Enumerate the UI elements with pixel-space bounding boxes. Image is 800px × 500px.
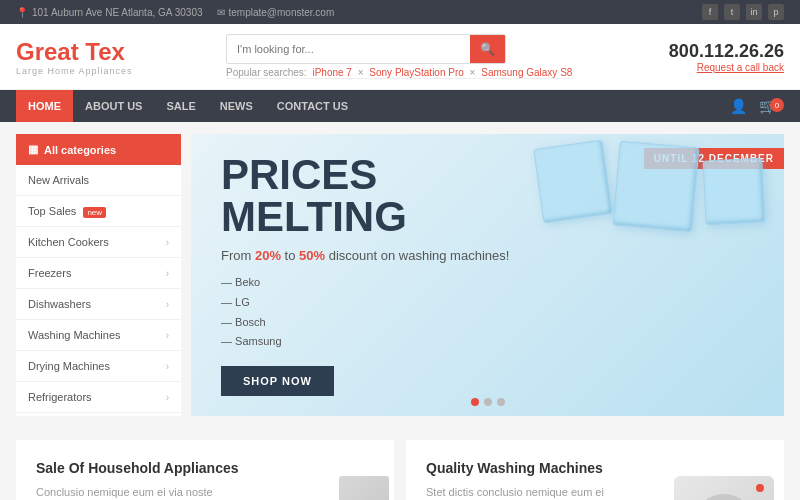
top-bar-left: 📍 101 Auburn Ave NE Atlanta, GA 30303 ✉ …	[16, 7, 334, 18]
cart-area[interactable]: 🛒0	[759, 98, 784, 114]
chevron-right-icon: ›	[166, 330, 169, 341]
nav-sale[interactable]: SALE	[154, 90, 207, 122]
email-icon: ✉	[217, 7, 225, 18]
nav-news[interactable]: NEWS	[208, 90, 265, 122]
request-call[interactable]: Request a call back	[669, 62, 784, 73]
banner-decoration	[538, 144, 764, 229]
sidebar-item-freezers[interactable]: Freezers ›	[16, 258, 181, 289]
sidebar-item-top-sales[interactable]: Top Sales new	[16, 196, 181, 227]
appliance-image	[213, 440, 394, 500]
sidebar-item-drying[interactable]: Drying Machines ›	[16, 351, 181, 382]
fridge-shape	[339, 476, 389, 500]
cart-badge: 0	[770, 98, 784, 112]
logo-letter: G	[16, 38, 35, 65]
popular-searches: Popular searches: iPhone 7 × Sony PlaySt…	[226, 67, 575, 79]
washing-machine-shape	[674, 476, 774, 500]
top-bar-social: f t in p	[702, 4, 784, 20]
navigation: HOME ABOUT US SALE NEWS CONTACT US 👤 🛒0	[0, 90, 800, 122]
shop-now-banner-btn[interactable]: SHOP NOW	[221, 366, 334, 396]
sidebar-item-washing[interactable]: Washing Machines ›	[16, 320, 181, 351]
banner-content: PRICES MELTING From 20% to 50% discount …	[191, 134, 539, 416]
nav-home[interactable]: HOME	[16, 90, 73, 122]
chevron-right-icon: ›	[166, 237, 169, 248]
search-button[interactable]: 🔍	[470, 35, 505, 63]
product-card-washing: Quality Washing Machines Stet dictis con…	[406, 440, 784, 500]
ice-cube-1	[533, 139, 613, 223]
sidebar: ▦ All categories New Arrivals Top Sales …	[16, 134, 181, 416]
grid-icon: ▦	[28, 143, 38, 156]
all-categories-btn[interactable]: ▦ All categories	[16, 134, 181, 165]
new-badge: new	[83, 207, 106, 218]
chevron-right-icon: ›	[166, 392, 169, 403]
popular-search-samsung[interactable]: Samsung Galaxy S8	[481, 67, 572, 78]
twitter-icon[interactable]: t	[724, 4, 740, 20]
product-desc-2: Stet dictis conclusio nemique eum ei via…	[426, 484, 612, 500]
address: 📍 101 Auburn Ave NE Atlanta, GA 30303	[16, 7, 203, 18]
nav-contact[interactable]: CONTACT US	[265, 90, 360, 122]
washing-machine-window	[694, 494, 754, 500]
header-right: 800.112.26.26 Request a call back	[669, 41, 784, 73]
chevron-right-icon: ›	[166, 361, 169, 372]
main-content: ▦ All categories New Arrivals Top Sales …	[0, 122, 800, 428]
banner-subtitle: From 20% to 50% discount on washing mach…	[221, 248, 509, 263]
ice-cube-3	[702, 157, 765, 225]
sidebar-item-new-arrivals[interactable]: New Arrivals	[16, 165, 181, 196]
sidebar-item-kitchen[interactable]: Kitchen Cookers ›	[16, 227, 181, 258]
hero-banner: UNTIL 12 DECEMBER PRICES MELTING From 20…	[191, 134, 784, 416]
logo[interactable]: Great Tex Large Home Appliances	[16, 38, 133, 76]
facebook-icon[interactable]: f	[702, 4, 718, 20]
instagram-icon[interactable]: in	[746, 4, 762, 20]
chevron-right-icon: ›	[166, 268, 169, 279]
top-bar: 📍 101 Auburn Ave NE Atlanta, GA 30303 ✉ …	[0, 0, 800, 24]
product-card-appliances: Sale Of Household Appliances Conclusio n…	[16, 440, 394, 500]
sidebar-item-refrigerators[interactable]: Refrigerators ›	[16, 382, 181, 413]
header: Great Tex Large Home Appliances 🔍 Popula…	[0, 24, 800, 90]
sidebar-item-dishwashers[interactable]: Dishwashers ›	[16, 289, 181, 320]
logo-text: Great Tex	[16, 38, 133, 66]
phone-number: 800.112.26.26	[669, 41, 784, 62]
popular-search-sony[interactable]: Sony PlayStation Pro	[369, 67, 464, 78]
products-section: Sale Of Household Appliances Conclusio n…	[0, 428, 800, 500]
logo-subtitle: Large Home Appliances	[16, 66, 133, 76]
washing-machine-image	[603, 440, 784, 500]
search-input[interactable]	[227, 36, 470, 62]
ice-cube-2	[612, 141, 699, 233]
brand-list: — Beko— LG— Bosch— Samsung	[221, 273, 509, 352]
nav-about[interactable]: ABOUT US	[73, 90, 154, 122]
banner-title: PRICES MELTING	[221, 154, 509, 238]
popular-search-iphone[interactable]: iPhone 7	[312, 67, 351, 78]
washing-machine-indicator	[756, 484, 764, 492]
product-desc-1: Conclusio nemique eum ei via noste stet …	[36, 484, 222, 500]
chevron-right-icon: ›	[166, 299, 169, 310]
account-icon[interactable]: 👤	[730, 98, 747, 114]
kitchen-image	[234, 456, 394, 500]
location-icon: 📍	[16, 7, 28, 18]
email: ✉ template@monster.com	[217, 7, 335, 18]
search-bar: 🔍	[226, 34, 506, 64]
nav-right: 👤 🛒0	[730, 98, 784, 114]
pinterest-icon[interactable]: p	[768, 4, 784, 20]
